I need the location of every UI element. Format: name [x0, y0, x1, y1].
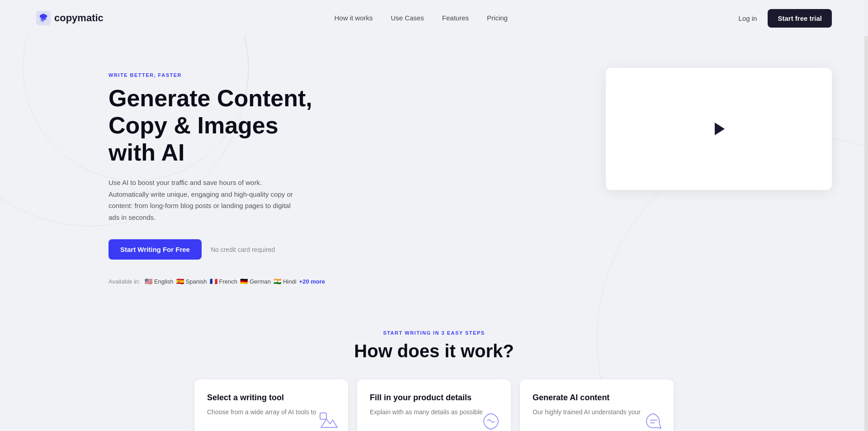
- nav-how-it-works[interactable]: How it works: [334, 14, 373, 22]
- lang-german-label: German: [250, 278, 271, 285]
- card-3-icon: [643, 410, 665, 431]
- flag-german: 🇩🇪: [240, 278, 248, 285]
- hero-title-line2: Copy & Images with AI: [108, 112, 278, 166]
- logo-icon: [36, 11, 51, 25]
- play-button[interactable]: [709, 119, 729, 139]
- hero-tagline: WRITE BETTER, FASTER: [108, 72, 326, 78]
- logo-text: copymatic: [54, 12, 104, 24]
- how-subtitle: START WRITING IN 3 EASY STEPS: [36, 330, 832, 336]
- more-languages: +20 more: [299, 278, 325, 285]
- cards-row: Select a writing tool Choose from a wide…: [36, 379, 832, 431]
- svg-rect-1: [320, 413, 326, 419]
- card-1-icon: [317, 410, 339, 431]
- navbar: copymatic How it works Use Cases Feature…: [0, 0, 868, 36]
- card-3-title: Generate AI content: [533, 393, 661, 403]
- card-generate-content: Generate AI content Our highly trained A…: [520, 379, 674, 431]
- flag-english: 🇺🇸: [145, 278, 152, 285]
- logo-link[interactable]: copymatic: [36, 11, 104, 25]
- hero-cta-button[interactable]: Start Writing For Free: [108, 239, 202, 260]
- how-section: START WRITING IN 3 EASY STEPS How does i…: [0, 303, 868, 431]
- nav-links: How it works Use Cases Features Pricing: [334, 14, 507, 22]
- start-trial-button[interactable]: Start free trial: [768, 9, 832, 28]
- card-2-icon: [480, 410, 502, 431]
- lang-spanish-label: Spanish: [186, 278, 207, 285]
- hero-right: [606, 63, 832, 190]
- nav-use-cases[interactable]: Use Cases: [391, 14, 424, 22]
- flag-spanish: 🇪🇸: [176, 278, 184, 285]
- card-1-desc: Choose from a wide array of AI tools to: [207, 407, 335, 417]
- lang-french-label: French: [219, 278, 237, 285]
- login-link[interactable]: Log in: [739, 14, 757, 22]
- card-2-desc: Explain with as many details as possible: [370, 407, 498, 417]
- available-in-row: Available in: 🇺🇸 English 🇪🇸 Spanish 🇫🇷 F…: [108, 278, 326, 285]
- hero-title: Generate Content, Copy & Images with AI: [108, 85, 326, 166]
- card-2-title: Fill in your product details: [370, 393, 498, 403]
- nav-features[interactable]: Features: [442, 14, 469, 22]
- card-3-desc: Our highly trained AI understands your: [533, 407, 661, 417]
- lang-spanish: 🇪🇸 Spanish: [176, 278, 207, 285]
- card-1-title: Select a writing tool: [207, 393, 335, 403]
- hero-cta-row: Start Writing For Free No credit card re…: [108, 239, 326, 260]
- play-icon: [715, 123, 725, 135]
- lang-english-label: English: [154, 278, 174, 285]
- hero-left: WRITE BETTER, FASTER Generate Content, C…: [108, 63, 326, 285]
- lang-hindi: 🇮🇳 Hindi: [274, 278, 297, 285]
- card-product-details: Fill in your product details Explain wit…: [357, 379, 511, 431]
- no-credit-card-text: No credit card required: [211, 246, 275, 253]
- nav-actions: Log in Start free trial: [739, 9, 832, 28]
- available-label: Available in:: [108, 278, 140, 285]
- lang-hindi-label: Hindi: [283, 278, 297, 285]
- hero-description: Use AI to boost your traffic and save ho…: [108, 177, 298, 223]
- card-select-tool: Select a writing tool Choose from a wide…: [194, 379, 348, 431]
- flag-hindi: 🇮🇳: [274, 278, 281, 285]
- lang-french: 🇫🇷 French: [210, 278, 237, 285]
- nav-pricing[interactable]: Pricing: [487, 14, 508, 22]
- lang-english: 🇺🇸 English: [145, 278, 174, 285]
- how-title: How does it work?: [36, 341, 832, 361]
- flag-french: 🇫🇷: [210, 278, 217, 285]
- lang-german: 🇩🇪 German: [240, 278, 271, 285]
- video-placeholder[interactable]: [606, 68, 832, 190]
- hero-title-line1: Generate Content,: [108, 85, 312, 111]
- hero-section: WRITE BETTER, FASTER Generate Content, C…: [0, 36, 868, 303]
